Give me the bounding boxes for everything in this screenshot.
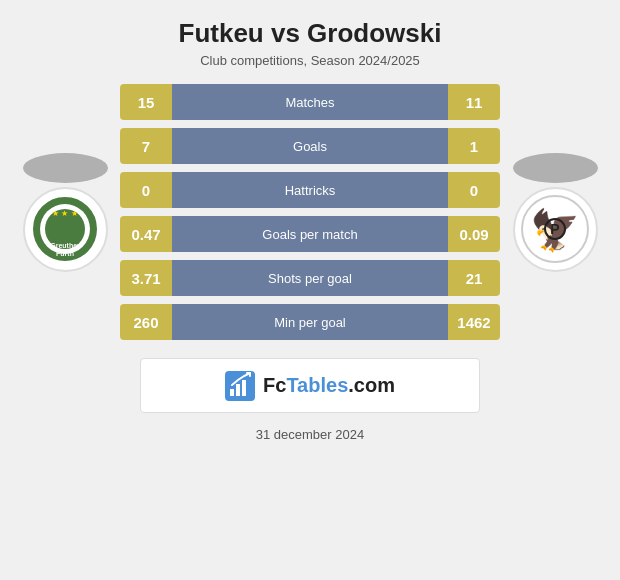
right-team-svg: 🦅 P [520, 194, 590, 264]
svg-rect-13 [236, 384, 240, 396]
stat-left-value: 260 [120, 304, 172, 340]
svg-rect-12 [230, 389, 234, 396]
svg-text:Fürth: Fürth [56, 250, 74, 257]
oval-right [513, 153, 598, 183]
svg-text:♣: ♣ [60, 223, 69, 239]
stat-right-value: 0 [448, 172, 500, 208]
stat-right-value: 0.09 [448, 216, 500, 252]
subtitle: Club competitions, Season 2024/2025 [179, 53, 442, 68]
stats-rows: 15Matches117Goals10Hattricks00.47Goals p… [120, 84, 500, 340]
stat-label: Min per goal [172, 304, 448, 340]
stat-left-value: 15 [120, 84, 172, 120]
stat-left-value: 7 [120, 128, 172, 164]
stat-left-value: 3.71 [120, 260, 172, 296]
stat-right-value: 1462 [448, 304, 500, 340]
right-team-logo: 🦅 P [513, 187, 598, 272]
fctables-icon [225, 371, 255, 401]
stat-row: 260Min per goal1462 [120, 304, 500, 340]
stat-label: Goals [172, 128, 448, 164]
fctables-banner: FcTables.com [140, 358, 480, 413]
stat-left-value: 0.47 [120, 216, 172, 252]
stat-row: 15Matches11 [120, 84, 500, 120]
fctables-text: FcTables.com [263, 374, 395, 397]
date-footer: 31 december 2024 [256, 427, 364, 442]
stat-label: Hattricks [172, 172, 448, 208]
svg-rect-14 [242, 380, 246, 396]
stat-right-value: 21 [448, 260, 500, 296]
stat-right-value: 11 [448, 84, 500, 120]
stat-row: 0.47Goals per match0.09 [120, 216, 500, 252]
stat-label: Matches [172, 84, 448, 120]
right-team-logo-area: 🦅 P [500, 153, 610, 272]
main-title: Futkeu vs Grodowski [179, 18, 442, 49]
oval-left [23, 153, 108, 183]
svg-text:P: P [550, 221, 559, 237]
left-team-logo-area: ★ ★ ★ ♣ Greuther Fürth [10, 153, 120, 272]
stat-left-value: 0 [120, 172, 172, 208]
stat-label: Goals per match [172, 216, 448, 252]
stat-row: 3.71Shots per goal21 [120, 260, 500, 296]
stat-row: 0Hattricks0 [120, 172, 500, 208]
left-team-logo: ★ ★ ★ ♣ Greuther Fürth [23, 187, 108, 272]
stat-label: Shots per goal [172, 260, 448, 296]
svg-text:★ ★ ★: ★ ★ ★ [52, 209, 77, 218]
left-team-svg: ★ ★ ★ ♣ Greuther Fürth [30, 194, 100, 264]
stat-right-value: 1 [448, 128, 500, 164]
stats-area: ★ ★ ★ ♣ Greuther Fürth 15Matches117Goals… [0, 74, 620, 340]
svg-text:Greuther: Greuther [50, 242, 80, 249]
page-container: Futkeu vs Grodowski Club competitions, S… [0, 0, 620, 580]
title-section: Futkeu vs Grodowski Club competitions, S… [169, 0, 452, 74]
stat-row: 7Goals1 [120, 128, 500, 164]
